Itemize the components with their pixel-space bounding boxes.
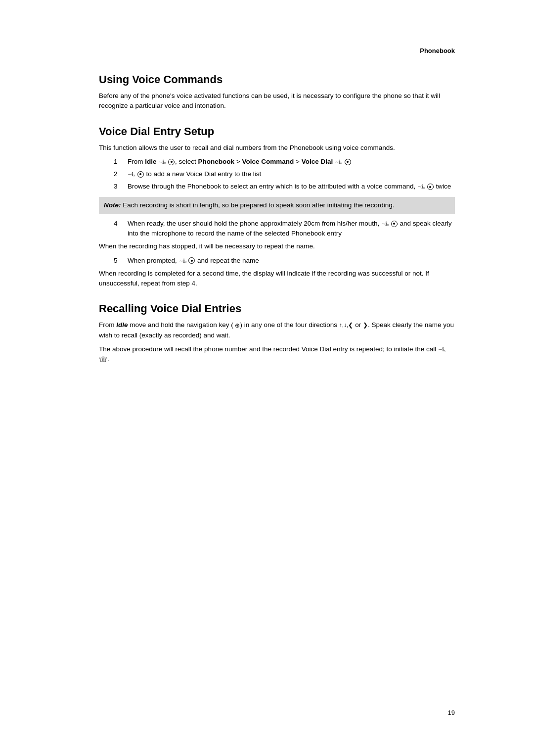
center-button-icon-5 bbox=[391, 221, 398, 227]
center-button-icon-6 bbox=[188, 257, 195, 264]
center-button-icon-4 bbox=[427, 184, 434, 190]
list-item: 4 When ready, the user should hold the p… bbox=[114, 219, 455, 239]
note-box: Note: Each recording is short in length,… bbox=[99, 197, 455, 214]
step-number: 4 bbox=[114, 219, 128, 239]
list-item: 1 From Idle ∼ℹₓ , select Phonebook > Voi… bbox=[114, 157, 455, 167]
step-number: 2 bbox=[114, 169, 128, 179]
list-item: 5 When prompted, ∼ℹₓ and repeat the name bbox=[114, 256, 455, 266]
step-number: 5 bbox=[114, 256, 128, 266]
section-title-using-voice-commands: Using Voice Commands bbox=[99, 73, 455, 86]
recalling-para-1: From Idle move and hold the navigation k… bbox=[99, 320, 455, 340]
step-content: Browse through the Phonebook to select a… bbox=[128, 182, 455, 191]
section-recalling-voice-dial: Recalling Voice Dial Entries From Idle m… bbox=[99, 302, 455, 365]
wave-icon-4: ∼ℹₓ bbox=[417, 183, 425, 191]
center-button-icon-2 bbox=[345, 159, 351, 165]
wave-icon: ∼ℹₓ bbox=[158, 158, 166, 166]
wave-icon-2: ∼ℹₓ bbox=[335, 158, 342, 166]
step-number: 3 bbox=[114, 182, 128, 191]
note-text: Each recording is short in length, so be… bbox=[123, 201, 394, 209]
page: Phonebook Using Voice Commands Before an… bbox=[0, 0, 534, 756]
chapter-header: Phonebook bbox=[420, 47, 455, 54]
recalling-para-2: The above procedure will recall the phon… bbox=[99, 344, 455, 365]
voice-dial-intro: This function allows the user to recall … bbox=[99, 143, 455, 153]
voice-dial-steps: 1 From Idle ∼ℹₓ , select Phonebook > Voi… bbox=[114, 157, 455, 192]
wave-icon-3: ∼ℹₓ bbox=[128, 170, 135, 179]
section-using-voice-commands: Using Voice Commands Before any of the p… bbox=[99, 73, 455, 111]
wave-icon-call: ∼ℹₓ bbox=[438, 345, 445, 354]
chapter-title: Phonebook bbox=[420, 47, 455, 54]
end-text: When recording is completed for a second… bbox=[99, 269, 455, 289]
step-number: 1 bbox=[114, 157, 128, 167]
wave-icon-5: ∼ℹₓ bbox=[381, 220, 389, 228]
nav-key-icon: ⊕ bbox=[235, 321, 240, 330]
section-title-voice-dial-setup: Voice Dial Entry Setup bbox=[99, 125, 455, 138]
step-content: ∼ℹₓ to add a new Voice Dial entry to the… bbox=[128, 169, 455, 179]
section-title-recalling: Recalling Voice Dial Entries bbox=[99, 302, 455, 315]
step-content: When ready, the user should hold the pho… bbox=[128, 219, 455, 239]
center-button-icon bbox=[168, 159, 175, 165]
note-label: Note: bbox=[104, 201, 121, 209]
voice-dial-steps-3: 5 When prompted, ∼ℹₓ and repeat the name bbox=[114, 256, 455, 266]
center-button-icon-3 bbox=[137, 171, 144, 178]
call-icon: ☏ bbox=[99, 354, 108, 365]
using-voice-commands-para: Before any of the phone's voice activate… bbox=[99, 91, 455, 111]
wave-icon-6: ∼ℹₓ bbox=[179, 257, 186, 265]
list-item: 2 ∼ℹₓ to add a new Voice Dial entry to t… bbox=[114, 169, 455, 179]
voice-dial-steps-2: 4 When ready, the user should hold the p… bbox=[114, 219, 455, 239]
direction-icon-right: ❯ bbox=[363, 322, 368, 329]
section-voice-dial-setup: Voice Dial Entry Setup This function all… bbox=[99, 125, 455, 289]
mid-text: When the recording has stopped, it will … bbox=[99, 241, 455, 251]
direction-icons: ↑,↓,❮ bbox=[339, 322, 354, 329]
step-content: When prompted, ∼ℹₓ and repeat the name bbox=[128, 256, 455, 266]
step-content: From Idle ∼ℹₓ , select Phonebook > Voice… bbox=[128, 157, 455, 167]
page-number: 19 bbox=[448, 709, 455, 716]
list-item: 3 Browse through the Phonebook to select… bbox=[114, 182, 455, 191]
